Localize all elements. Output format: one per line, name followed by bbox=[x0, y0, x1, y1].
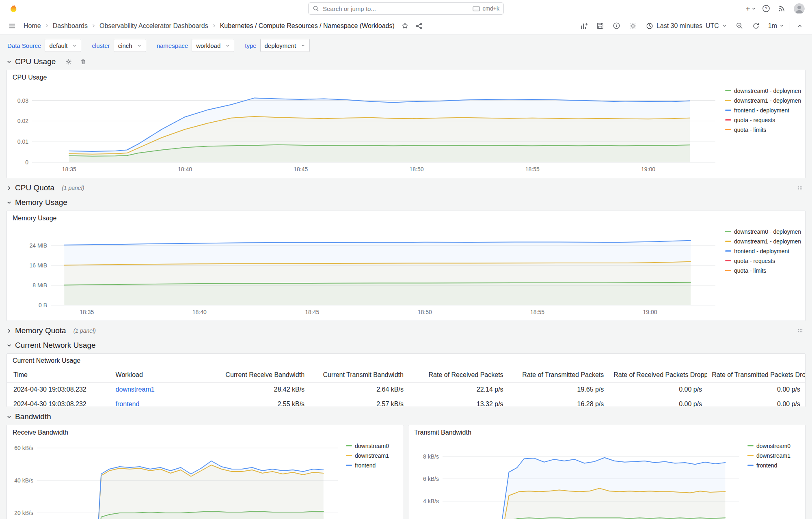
news-button[interactable] bbox=[775, 2, 788, 15]
save-icon bbox=[596, 22, 604, 30]
cpu-usage-chart[interactable]: 00.010.020.0318:3518:4018:4518:5018:5519… bbox=[7, 85, 723, 176]
share-button[interactable] bbox=[412, 19, 425, 32]
column-header[interactable]: Current Receive Bandwidth bbox=[210, 368, 309, 382]
dashboard-insights-button[interactable] bbox=[610, 19, 623, 32]
panel-cpu-usage: CPU Usage 00.010.020.0318:3518:4018:4518… bbox=[6, 70, 806, 178]
datasource-select[interactable]: default bbox=[45, 39, 81, 52]
legend-item[interactable]: downstream0 - deployment bbox=[725, 227, 801, 236]
legend-item[interactable]: quota - limits bbox=[725, 125, 801, 134]
chevron-down-icon bbox=[137, 43, 142, 48]
favorite-button[interactable] bbox=[399, 19, 412, 32]
top-bar: Search or jump to... cmd+k + ? bbox=[0, 0, 812, 17]
row-header-cpu-quota[interactable]: CPU Quota (1 panel) bbox=[6, 181, 806, 194]
table-cell: 16.28 p/s bbox=[508, 397, 609, 407]
row-settings-button[interactable] bbox=[65, 58, 73, 66]
legend-item[interactable]: frontend bbox=[346, 461, 400, 469]
network-usage-table: TimeWorkloadCurrent Receive BandwidthCur… bbox=[7, 368, 805, 407]
panel-title[interactable]: Receive Bandwidth bbox=[7, 425, 404, 440]
table-cell: 2024-04-30 19:03:08.232 bbox=[7, 382, 111, 397]
panel-title[interactable]: CPU Usage bbox=[7, 70, 805, 85]
gear-icon bbox=[65, 58, 72, 65]
legend-item[interactable]: quota - requests bbox=[725, 256, 801, 265]
legend-series-swatch bbox=[725, 250, 731, 252]
panel-title[interactable]: Memory Usage bbox=[7, 211, 805, 226]
transmit-bandwidth-chart[interactable]: 0 B/s2 kB/s4 kB/s6 kB/s8 kB/s18:3518:401… bbox=[408, 440, 745, 519]
column-header[interactable]: Rate of Transmitted Packets bbox=[508, 368, 609, 382]
legend-item[interactable]: downstream0 bbox=[346, 441, 400, 450]
legend-series-swatch bbox=[725, 119, 731, 121]
svg-text:20 kB/s: 20 kB/s bbox=[14, 510, 33, 516]
legend-item[interactable]: downstream0 bbox=[747, 441, 801, 450]
legend-item[interactable]: quota - limits bbox=[725, 266, 801, 275]
chevron-right-icon bbox=[91, 24, 96, 28]
grafana-logo[interactable] bbox=[7, 3, 18, 14]
legend-item[interactable]: frontend bbox=[747, 461, 801, 469]
svg-text:18:45: 18:45 bbox=[305, 309, 319, 315]
type-select[interactable]: deployment bbox=[260, 39, 310, 52]
plus-icon: + bbox=[745, 5, 750, 13]
dashboard-variables: Data Source default cluster cinch namesp… bbox=[6, 38, 806, 55]
time-range-picker[interactable]: Last 30 minutes UTC bbox=[643, 19, 730, 32]
table-cell: 0.00 p/s bbox=[609, 382, 707, 397]
svg-text:18:55: 18:55 bbox=[530, 309, 544, 315]
menu-toggle[interactable] bbox=[6, 19, 19, 32]
row-delete-button[interactable] bbox=[79, 58, 87, 66]
legend-item[interactable]: frontend - deployment bbox=[725, 247, 801, 255]
dashboard-settings-button[interactable] bbox=[626, 19, 639, 32]
legend-item[interactable]: downstream1 - deployment bbox=[725, 96, 801, 105]
legend-item[interactable]: downstream1 bbox=[747, 451, 801, 460]
svg-text:0: 0 bbox=[25, 159, 28, 166]
memory-usage-chart[interactable]: 0 B8 MiB16 MiB24 MiB18:3518:4018:4518:50… bbox=[7, 226, 723, 319]
user-avatar[interactable] bbox=[794, 3, 805, 14]
save-dashboard-button[interactable] bbox=[594, 19, 607, 32]
column-header[interactable]: Rate of Transmitted Packets Dropped bbox=[707, 368, 805, 382]
column-header[interactable]: Current Transmit Bandwidth bbox=[309, 368, 408, 382]
zoom-out-time-button[interactable] bbox=[733, 19, 746, 32]
row-header-bandwidth[interactable]: Bandwidth bbox=[6, 410, 806, 423]
legend-item[interactable]: quota - requests bbox=[725, 116, 801, 124]
legend-item[interactable]: frontend - deployment bbox=[725, 106, 801, 114]
refresh-button[interactable] bbox=[749, 19, 762, 32]
row-header-memory-quota[interactable]: Memory Quota (1 panel) bbox=[6, 324, 806, 337]
breadcrumb-dashboards[interactable]: Dashboards bbox=[53, 22, 96, 30]
row-header-current-network-usage[interactable]: Current Network Usage bbox=[6, 339, 806, 352]
row-drag-handle[interactable] bbox=[797, 327, 806, 334]
legend-item[interactable]: downstream0 - deployment bbox=[725, 86, 801, 95]
refresh-icon bbox=[752, 22, 760, 30]
row-header-memory-usage[interactable]: Memory Usage bbox=[6, 196, 806, 209]
breadcrumb: Home Dashboards Observability Accelerato… bbox=[24, 22, 395, 30]
column-header[interactable]: Rate of Received Packets Dropped bbox=[609, 368, 707, 382]
add-new-button[interactable]: + bbox=[744, 2, 757, 15]
panel-title[interactable]: Transmit Bandwidth bbox=[408, 425, 805, 440]
row-panel-count: (1 panel) bbox=[73, 327, 96, 334]
panel-title[interactable]: Current Network Usage bbox=[7, 354, 805, 368]
row-title: Current Network Usage bbox=[15, 341, 96, 350]
workload-link[interactable]: downstream1 bbox=[116, 386, 155, 393]
column-header[interactable]: Workload bbox=[111, 368, 211, 382]
cluster-select[interactable]: cinch bbox=[114, 39, 146, 52]
panel-receive-bandwidth: Receive Bandwidth 0 B/s20 kB/s40 kB/s60 … bbox=[6, 425, 404, 519]
receive-bandwidth-chart[interactable]: 0 B/s20 kB/s40 kB/s60 kB/s18:3518:4018:4… bbox=[7, 440, 343, 519]
timezone-label: UTC bbox=[706, 22, 719, 30]
search-input[interactable]: Search or jump to... cmd+k bbox=[308, 2, 504, 15]
collapse-chrome-button[interactable] bbox=[793, 19, 806, 32]
breadcrumb-folder[interactable]: Observability Accelerator Dashboards bbox=[99, 22, 216, 30]
namespace-select[interactable]: workload bbox=[192, 39, 234, 52]
workload-link[interactable]: frontend bbox=[116, 401, 140, 407]
svg-text:?: ? bbox=[765, 6, 767, 11]
column-header[interactable]: Time bbox=[7, 368, 111, 382]
receive-bandwidth-legend: downstream0downstream1frontend bbox=[343, 440, 400, 469]
variable-label: Data Source bbox=[7, 42, 41, 49]
row-drag-handle[interactable] bbox=[797, 185, 806, 191]
search-shortcut-label: cmd+k bbox=[482, 5, 499, 12]
breadcrumb-home[interactable]: Home bbox=[24, 22, 49, 30]
column-header[interactable]: Rate of Received Packets bbox=[408, 368, 508, 382]
workload-cell: downstream1 bbox=[111, 382, 211, 397]
add-panel-button[interactable] bbox=[578, 19, 591, 32]
legend-item[interactable]: downstream1 bbox=[346, 451, 400, 460]
help-button[interactable]: ? bbox=[760, 2, 773, 15]
refresh-interval-picker[interactable]: 1m bbox=[766, 19, 786, 32]
row-header-cpu-usage[interactable]: CPU Usage bbox=[6, 55, 806, 68]
table-cell: 19.65 p/s bbox=[508, 382, 609, 397]
legend-item[interactable]: downstream1 - deployment bbox=[725, 237, 801, 246]
